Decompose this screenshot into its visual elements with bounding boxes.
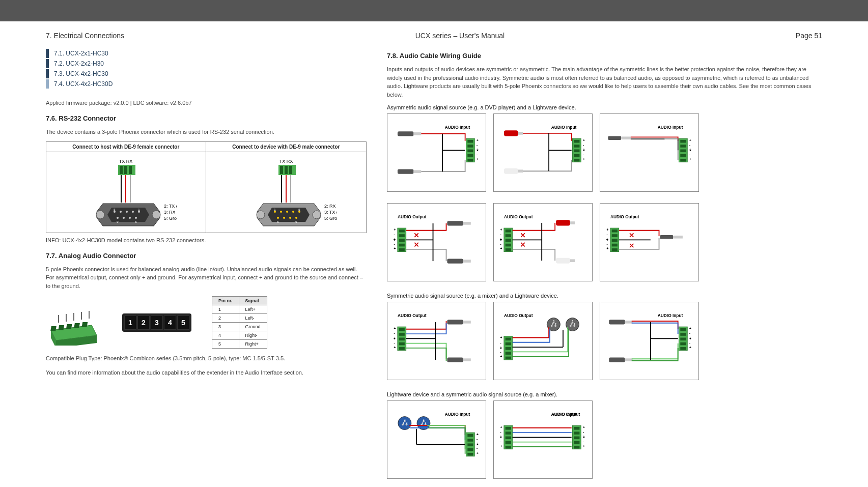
svg-rect-122 [399, 244, 405, 247]
wiring-diagram-card: AUDIO Input+-⏚-+ [387, 113, 486, 192]
svg-text:2: 2 [555, 323, 556, 326]
svg-text:-: - [500, 430, 501, 434]
svg-rect-148 [570, 221, 575, 224]
svg-text:+: + [583, 425, 585, 429]
svg-text:+: + [394, 228, 396, 232]
svg-text:-: - [500, 233, 501, 236]
wiring-sub-c: Lightware device and a symmetric audio s… [387, 391, 822, 397]
rs232-th1: Connect to host with DE-9 female connect… [46, 142, 206, 152]
svg-text:AUDIO Input: AUDIO Input [551, 412, 577, 417]
svg-text:AUDIO Output: AUDIO Output [610, 214, 639, 219]
svg-rect-156 [612, 234, 618, 237]
svg-text:⏚: ⏚ [606, 237, 608, 241]
section-heading-wiring: 7.8. Audio Cable Wiring Guide [387, 52, 822, 60]
wiring-diagram-card: AUDIO OutputAUDIO Input+-⏚-++-⏚-+ [493, 400, 593, 479]
svg-text:1: 1 [403, 422, 404, 424]
svg-rect-71 [467, 140, 473, 143]
svg-rect-274 [574, 427, 579, 430]
svg-rect-165 [660, 235, 673, 239]
wiring-sub-b: Symmetric audio signal source (e.g. a mi… [387, 293, 822, 299]
toc-item[interactable]: 7.3. UCX-4x2-HC30 [46, 69, 367, 78]
toc-item[interactable]: 7.4. UCX-4x2-HC30D [46, 79, 367, 89]
rs232-th2: Connect to device with DE-9 male connect… [206, 142, 366, 152]
page-number: Page 51 [796, 32, 822, 40]
svg-rect-92 [574, 154, 579, 157]
svg-text:-: - [477, 446, 478, 450]
svg-point-13 [126, 211, 128, 213]
svg-text:⏚: ⏚ [393, 336, 396, 339]
svg-text:2: TX data: 2: TX data [164, 204, 177, 209]
svg-text:2: RX data: 2: RX data [324, 204, 337, 209]
svg-text:-: - [689, 331, 690, 335]
svg-rect-72 [467, 145, 473, 148]
svg-rect-183 [463, 358, 471, 361]
mini-toc: 7.1. UCX-2x1-HC30 7.2. UCX-2x2-H30 7.3. … [46, 49, 367, 89]
svg-point-21 [135, 217, 137, 219]
svg-text:+: + [394, 327, 396, 330]
svg-text:1: 1 [571, 323, 572, 326]
svg-rect-2 [120, 166, 123, 174]
manual-title: UCX series – User's Manual [415, 32, 505, 40]
svg-text:-: - [394, 242, 395, 246]
svg-text:TX RX: TX RX [119, 159, 133, 164]
svg-rect-222 [680, 338, 686, 341]
svg-rect-141 [506, 248, 511, 251]
svg-text:3: 3 [572, 320, 574, 323]
svg-rect-172 [399, 338, 405, 341]
svg-point-8 [96, 211, 104, 219]
svg-rect-74 [467, 154, 473, 157]
svg-text:5: Ground: 5: Ground [324, 216, 337, 221]
svg-rect-158 [612, 244, 618, 247]
svg-rect-252 [467, 453, 473, 456]
svg-text:-: - [500, 350, 501, 354]
svg-text:1: 1 [422, 422, 423, 424]
svg-text:-: - [500, 242, 501, 246]
svg-text:+: + [689, 138, 691, 142]
plug-caption: Compatible Plug Type: Phoenix® Combicon … [46, 354, 367, 363]
svg-text:⏚: ⏚ [582, 148, 585, 151]
svg-text:+: + [500, 425, 502, 429]
svg-rect-149 [556, 258, 570, 264]
svg-rect-107 [680, 150, 686, 153]
toc-item[interactable]: 7.1. UCX-2x1-HC30 [46, 49, 367, 58]
svg-point-35 [313, 211, 321, 219]
svg-text:2: 2 [425, 422, 427, 424]
svg-text:+: + [500, 228, 502, 232]
svg-text:-: - [477, 437, 478, 441]
svg-text:3: RX data: 3: RX data [164, 210, 177, 215]
toc-item[interactable]: 7.2. UCX-2x2-H30 [46, 59, 367, 68]
firmware-line: Applied firmware package: v2.0.0 | LDC s… [46, 99, 367, 107]
svg-text:-: - [477, 153, 478, 156]
svg-rect-56 [58, 325, 64, 330]
svg-rect-123 [399, 248, 405, 251]
svg-text:+: + [583, 138, 585, 142]
rs232-intro: The device contains a 3-pole Phoenix con… [46, 128, 367, 136]
svg-rect-188 [506, 338, 511, 341]
svg-rect-264 [506, 432, 511, 435]
svg-text:-: - [394, 331, 395, 335]
svg-text:-: - [477, 143, 478, 147]
svg-rect-215 [609, 320, 625, 324]
svg-text:AUDIO Input: AUDIO Input [551, 125, 577, 130]
svg-point-47 [295, 217, 297, 219]
wiring-diagram-card: AUDIO Output+-⏚-+ [600, 203, 699, 281]
audio-warn: You can find more information about the … [46, 368, 367, 377]
svg-rect-147 [556, 220, 570, 225]
svg-text:-: - [689, 341, 690, 345]
svg-rect-130 [463, 222, 471, 225]
svg-rect-278 [574, 446, 579, 449]
svg-text:3: 3 [553, 320, 554, 323]
svg-rect-129 [447, 221, 463, 225]
svg-text:+: + [500, 444, 502, 448]
svg-rect-119 [399, 230, 405, 233]
svg-text:-: - [500, 440, 501, 443]
svg-point-9 [152, 211, 160, 219]
svg-text:⏚: ⏚ [393, 237, 396, 241]
svg-rect-221 [680, 333, 686, 336]
svg-text:⏚: ⏚ [499, 237, 502, 241]
svg-rect-85 [518, 132, 523, 135]
svg-rect-139 [506, 239, 511, 242]
svg-text:+: + [394, 247, 396, 250]
svg-rect-220 [680, 328, 686, 331]
wiring-diagram-card: AUDIO Input123123+-⏚-+ [387, 400, 486, 479]
